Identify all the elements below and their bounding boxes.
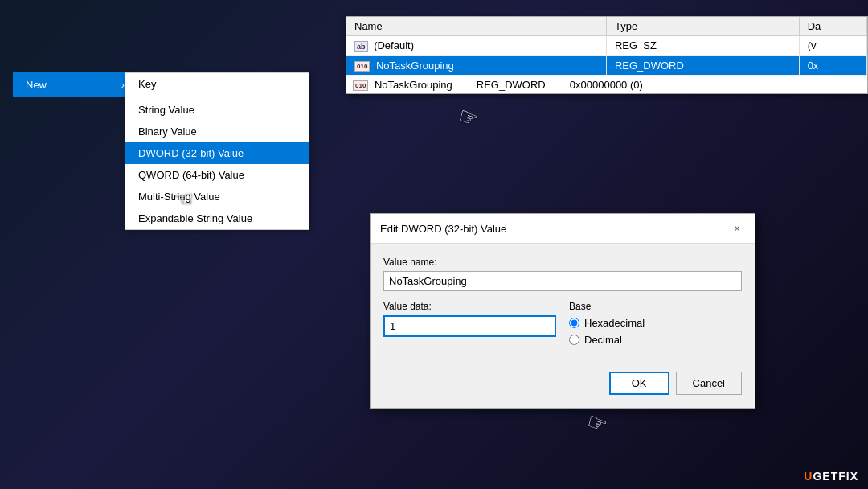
decimal-label: Decimal	[584, 334, 622, 346]
decimal-option[interactable]: Decimal	[569, 334, 742, 346]
row-type: REG_SZ	[606, 36, 799, 56]
value-data-field: Value data:	[383, 301, 556, 346]
hexadecimal-label: Hexadecimal	[584, 317, 645, 329]
base-section: Base Hexadecimal Decimal	[569, 301, 742, 346]
row-data-selected: 0x	[799, 55, 866, 75]
watermark-u: U	[804, 470, 813, 483]
submenu-item-multistring[interactable]: Multi-String Value	[125, 186, 309, 208]
detail-icon: 010 NoTaskGrouping	[353, 79, 452, 91]
row-name: ab (Default)	[346, 36, 606, 56]
watermark: UGETFIX	[804, 470, 858, 483]
value-name-input[interactable]	[383, 271, 742, 291]
table-row[interactable]: ab (Default) REG_SZ (v	[346, 36, 867, 56]
edit-dword-dialog: Edit DWORD (32-bit) Value × Value name: …	[370, 213, 755, 409]
detail-dword-icon: 010	[353, 80, 368, 91]
hexadecimal-option[interactable]: Hexadecimal	[569, 317, 742, 329]
cancel-button[interactable]: Cancel	[676, 372, 742, 395]
submenu: Key String Value Binary Value DWORD (32-…	[125, 72, 309, 230]
dialog-data-row: Value data: Base Hexadecimal Decimal	[383, 301, 742, 346]
detail-type: REG_DWORD	[477, 79, 546, 91]
radio-group: Hexadecimal Decimal	[569, 317, 742, 346]
col-data: Da	[799, 17, 866, 36]
watermark-suffix: GETFIX	[813, 470, 858, 483]
base-title: Base	[569, 301, 742, 312]
registry-panel: Name Type Da ab (Default) REG_SZ (v 010 …	[346, 16, 868, 94]
decimal-radio[interactable]	[569, 335, 579, 345]
col-type: Type	[606, 17, 799, 36]
hexadecimal-radio[interactable]	[569, 318, 579, 328]
submenu-item-dword[interactable]: DWORD (32-bit) Value	[125, 142, 309, 164]
submenu-item-key[interactable]: Key	[125, 73, 309, 95]
new-button-label: New	[26, 79, 47, 91]
new-button-container: New ›	[13, 72, 137, 97]
dialog-close-button[interactable]: ×	[729, 220, 745, 236]
registry-table: Name Type Da ab (Default) REG_SZ (v 010 …	[346, 17, 867, 76]
dialog-titlebar: Edit DWORD (32-bit) Value ×	[371, 214, 755, 244]
submenu-item-string[interactable]: String Value	[125, 99, 309, 121]
dword-icon: 010	[354, 61, 370, 72]
col-name: Name	[346, 17, 606, 36]
submenu-item-expandable[interactable]: Expandable String Value	[125, 208, 309, 229]
row-data: (v	[799, 36, 866, 56]
submenu-item-qword[interactable]: QWORD (64-bit) Value	[125, 164, 309, 186]
dialog-title: Edit DWORD (32-bit) Value	[380, 223, 506, 235]
menu-separator-1	[125, 97, 309, 97]
dialog-footer: OK Cancel	[371, 372, 755, 408]
dialog-body: Value name: Value data: Base Hexadecimal…	[371, 244, 755, 372]
ab-icon: ab	[354, 41, 368, 52]
registry-detail-row: 010 NoTaskGrouping REG_DWORD 0x00000000 …	[346, 76, 867, 93]
submenu-item-binary[interactable]: Binary Value	[125, 121, 309, 142]
value-data-input[interactable]	[383, 315, 556, 337]
value-data-label: Value data:	[383, 301, 556, 312]
row-name-selected: 010 NoTaskGrouping	[346, 55, 606, 75]
new-button[interactable]: New ›	[13, 72, 137, 97]
row-type-selected: REG_DWORD	[606, 55, 799, 75]
table-row-selected[interactable]: 010 NoTaskGrouping REG_DWORD 0x	[346, 55, 867, 75]
value-name-label: Value name:	[383, 257, 742, 268]
detail-data: 0x00000000 (0)	[570, 79, 643, 91]
ok-button[interactable]: OK	[609, 372, 669, 395]
